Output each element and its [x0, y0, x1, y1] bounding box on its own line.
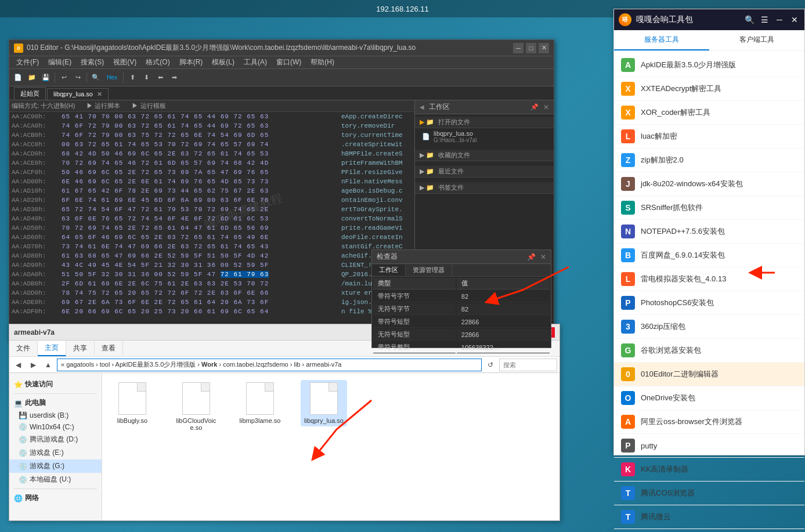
explorer-search-input[interactable] [499, 359, 557, 371]
tool-panel-minimize-button[interactable]: ─ [774, 15, 785, 25]
folder-bookmark-icon: ▶ 📁 [420, 151, 434, 158]
editor-toolbar: 📄 📁 💾 ↩ ↪ 🔍 Hex ⬆ ⬇ ⬅ ➡ [9, 69, 554, 86]
menu-help[interactable]: 帮助(H) [306, 56, 339, 68]
menu-script[interactable]: 脚本(R) [175, 56, 208, 68]
ribbon-tab-home[interactable]: 主页 [38, 341, 66, 356]
tool-item-8[interactable]: B 百度网盘_6.9.0.14安装包 [614, 244, 804, 267]
editor-maximize-button[interactable]: □ [526, 43, 536, 53]
inspector-value: 22866 [457, 316, 550, 328]
tool-item-label-9: 雷电模拟器安装包_4.0.13 [641, 274, 797, 284]
mode-label: 编辑方式: 十六进制(H) [12, 102, 75, 110]
toolbar-find[interactable]: 🔍 [89, 71, 102, 84]
workspace-pin-icon[interactable]: 📌 [530, 103, 539, 111]
hex-addr: AA:ACE0h: [9, 158, 62, 168]
menu-view[interactable]: 视图(V) [109, 56, 141, 68]
hex-area[interactable]: AA:AC90h: 65 41 70 70 00 63 72 65 61 74 … [9, 112, 414, 323]
tool-item-5[interactable]: J jdk-8u202-windows-x64安装包 [614, 172, 804, 196]
inspector-pin-icon[interactable]: 📌 [527, 253, 536, 261]
tool-item-4[interactable]: Z zip解加密2.0 [614, 149, 804, 172]
tool-item-icon-1: X [621, 82, 635, 96]
workspace-close-icon[interactable]: ✕ [543, 103, 549, 111]
tool-panel-close-button[interactable]: ✕ [789, 15, 800, 25]
tool-item-2[interactable]: X XOR_coder解密工具 [614, 101, 804, 125]
tool-panel-menu-button[interactable]: ☰ [759, 15, 770, 25]
tool-item-14[interactable]: O OneDrive安装包 [614, 386, 804, 410]
tool-item-16[interactable]: P putty [614, 434, 804, 458]
hex-row: AA:ADD0h: 78 74 75 72 65 20 65 72 72 6F … [9, 288, 414, 298]
tool-item-1[interactable]: X XXTEADecrypt解密工具 [614, 77, 804, 101]
quick-access-icon: ⭐ [14, 381, 23, 389]
toolbar-open[interactable]: 📁 [26, 71, 38, 84]
ribbon-tab-file[interactable]: 文件 [9, 341, 38, 356]
inspector-tab-resource[interactable]: 资源管理器 [406, 265, 452, 276]
sidebar-item-userdisk[interactable]: 💾 userdisk (B:) [9, 410, 102, 421]
local-u-icon: 💿 [19, 476, 27, 484]
hex-row: AA:AD10h: 61 67 65 42 6F 78 2E 69 73 44 … [9, 186, 414, 196]
tool-item-6[interactable]: S SRSniffer抓包软件 [614, 196, 804, 220]
sidebar-quick-access[interactable]: ⭐ 快速访问 [9, 378, 102, 391]
tool-item-3[interactable]: L luac解加密 [614, 125, 804, 149]
toolbar-save[interactable]: 💾 [39, 71, 52, 84]
toolbar-more4[interactable]: ➡ [168, 71, 181, 84]
sidebar-item-game-e[interactable]: 💿 游戏盘 (E:) [9, 446, 102, 459]
editor-close-button[interactable]: ✕ [539, 43, 549, 53]
toolbar-more1[interactable]: ⬆ [126, 71, 139, 84]
back-button[interactable]: ◀ [12, 359, 24, 371]
sidebar-this-pc[interactable]: 💻 此电脑 [9, 396, 102, 410]
toolbar-more3[interactable]: ⬅ [154, 71, 167, 84]
tab-close-icon[interactable]: ✕ [97, 91, 102, 97]
tool-item-icon-11: 3 [621, 320, 635, 334]
menu-format[interactable]: 格式(O) [141, 56, 174, 68]
ribbon-tab-view[interactable]: 查看 [95, 341, 123, 356]
tool-item-18[interactable]: T 腾讯COS浏览器 [614, 482, 804, 505]
tool-item-7[interactable]: N NOTEPAD++7.5.6安装包 [614, 220, 804, 244]
tool-item-20[interactable]: T 腾讯微云助手 [614, 529, 804, 532]
menu-template[interactable]: 模板(L) [207, 56, 239, 68]
workspace-bookmarks-label: ▶ 📁 书签文件 [415, 182, 554, 194]
tool-panel-search-button[interactable]: 🔍 [744, 15, 755, 25]
toolbar-redo[interactable]: ↪ [71, 71, 84, 84]
tool-panel-titlebar: 嗒 嘎嘎会响工具包 🔍 ☰ ─ ✕ [614, 9, 804, 30]
tool-item-10[interactable]: P PhotoshopCS6安装包 [614, 291, 804, 315]
workspace-file-item[interactable]: 📄 libqpry_lua.so G:\Haos...bi-v7a\ [415, 128, 554, 145]
file-item[interactable]: libqpry_lua.so [301, 380, 347, 426]
tool-item-13[interactable]: 0 010Editor二进制编辑器 [614, 363, 804, 386]
toolbar-undo[interactable]: ↩ [57, 71, 70, 84]
sidebar-network[interactable]: 🌐 网络 [9, 491, 102, 505]
menu-window[interactable]: 窗口(W) [272, 56, 306, 68]
tool-tab-server[interactable]: 服务器工具 [614, 30, 709, 50]
tool-item-15[interactable]: A 阿里云oss-browser文件浏览器 [614, 410, 804, 434]
explorer-sidebar: ⭐ 快速访问 💻 此电脑 💾 userdisk (B:) 💿 Win10x64 … [9, 373, 102, 520]
menu-file[interactable]: 文件(F) [12, 56, 44, 68]
tool-tab-client[interactable]: 客户端工具 [709, 30, 804, 50]
refresh-button[interactable]: ↺ [484, 359, 497, 371]
tab-file[interactable]: libqpry_lua.so ✕ [47, 88, 109, 100]
sidebar-item-win10[interactable]: 💿 Win10x64 (C:) [9, 421, 102, 433]
sidebar-item-local-u[interactable]: 💿 本地磁盘 (U:) [9, 473, 102, 486]
toolbar-hex[interactable]: Hex [103, 71, 121, 84]
toolbar-new[interactable]: 📄 [12, 71, 24, 84]
inspector-close-icon[interactable]: ✕ [540, 253, 546, 261]
file-item[interactable]: libmp3lame.so [237, 380, 283, 426]
tool-item-9[interactable]: L 雷电模拟器安装包_4.0.13 [614, 267, 804, 291]
menu-tools[interactable]: 工具(A) [239, 56, 272, 68]
address-input[interactable]: « gagatools › tool › ApkIDE最新3.5.0少月增强版 … [57, 359, 482, 371]
tab-start[interactable]: 起始页 [14, 87, 46, 100]
menu-search[interactable]: 搜索(S) [76, 56, 109, 68]
menu-edit[interactable]: 编辑(E) [44, 56, 76, 68]
sidebar-item-game-g[interactable]: 💿 游戏盘 (G:) [9, 459, 102, 473]
tool-item-12[interactable]: G 谷歌浏览器安装包 [614, 339, 804, 363]
sidebar-item-tencent-game[interactable]: 💿 腾讯游戏盘 (D:) [9, 433, 102, 446]
toolbar-more2[interactable]: ⬇ [140, 71, 153, 84]
tool-item-0[interactable]: A ApkIDE最新3.5.0少月增强版 [614, 53, 804, 77]
inspector-tab-workspace[interactable]: 工作区 [372, 265, 406, 276]
ribbon-tab-share[interactable]: 共享 [66, 341, 95, 356]
forward-button[interactable]: ▶ [27, 359, 39, 371]
tool-item-17[interactable]: K KK高清录制器 [614, 458, 804, 482]
tool-item-11[interactable]: 3 360zip压缩包 [614, 315, 804, 339]
file-item[interactable]: libGCloudVoice.so [173, 380, 219, 433]
editor-minimize-button[interactable]: ─ [513, 43, 524, 53]
file-item[interactable]: libBugly.so [109, 380, 156, 426]
tool-item-19[interactable]: T 腾讯微云 [614, 505, 804, 529]
up-button[interactable]: ▲ [42, 359, 55, 371]
